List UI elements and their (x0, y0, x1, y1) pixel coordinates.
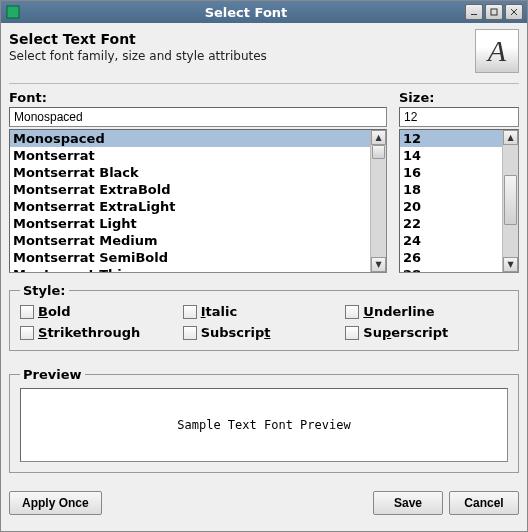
svg-rect-2 (491, 9, 497, 15)
minimize-button[interactable] (465, 4, 483, 20)
font-scrollbar[interactable]: ▲ ▼ (370, 130, 386, 272)
checkbox-icon (20, 326, 34, 340)
size-input[interactable] (399, 107, 519, 127)
size-option[interactable]: 20 (400, 198, 502, 215)
font-dialog: Select Font Select Text Font Select font… (0, 0, 528, 532)
checkbox-icon (345, 305, 359, 319)
size-option[interactable]: 24 (400, 232, 502, 249)
maximize-button[interactable] (485, 4, 503, 20)
size-scrollbar[interactable]: ▲ ▼ (502, 130, 518, 272)
strikethrough-checkbox[interactable]: Strikethrough (20, 325, 183, 340)
svg-rect-1 (471, 14, 477, 15)
minimize-icon (470, 8, 478, 16)
maximize-icon (490, 8, 498, 16)
scroll-down-icon[interactable]: ▼ (371, 257, 386, 272)
size-option[interactable]: 12 (400, 130, 502, 147)
cancel-button[interactable]: Cancel (449, 491, 519, 515)
scroll-up-icon[interactable]: ▲ (503, 130, 518, 145)
preview-text: Sample Text Font Preview (20, 388, 508, 462)
superscript-checkbox[interactable]: Superscript (345, 325, 508, 340)
preview-legend: Preview (20, 367, 85, 382)
app-icon (5, 4, 21, 20)
preview-fieldset: Preview Sample Text Font Preview (9, 367, 519, 473)
font-option[interactable]: Montserrat Black (10, 164, 370, 181)
font-option[interactable]: Montserrat (10, 147, 370, 164)
font-option[interactable]: Montserrat ExtraLight (10, 198, 370, 215)
strikethrough-label: Strikethrough (38, 325, 140, 340)
save-button[interactable]: Save (373, 491, 443, 515)
scrollbar-thumb[interactable] (504, 175, 517, 225)
close-icon (510, 8, 518, 16)
font-preview-icon: A (475, 29, 519, 73)
header-subtitle: Select font family, size and style attri… (9, 49, 467, 63)
italic-checkbox[interactable]: Italic (183, 304, 346, 319)
style-legend: Style: (20, 283, 69, 298)
divider (9, 83, 519, 84)
window-title: Select Font (27, 5, 465, 20)
italic-label: Italic (201, 304, 237, 319)
scroll-down-icon[interactable]: ▼ (503, 257, 518, 272)
size-label: Size: (399, 90, 519, 105)
font-option[interactable]: Monospaced (10, 130, 370, 147)
checkbox-icon (345, 326, 359, 340)
size-listbox[interactable]: 121416182022242628 ▲ ▼ (399, 129, 519, 273)
font-input[interactable] (9, 107, 387, 127)
scroll-up-icon[interactable]: ▲ (371, 130, 386, 145)
size-option[interactable]: 14 (400, 147, 502, 164)
checkbox-icon (183, 305, 197, 319)
font-option[interactable]: Montserrat Medium (10, 232, 370, 249)
font-listbox[interactable]: MonospacedMontserratMontserrat BlackMont… (9, 129, 387, 273)
subscript-label: Subscript (201, 325, 271, 340)
size-option[interactable]: 16 (400, 164, 502, 181)
apply-once-button[interactable]: Apply Once (9, 491, 102, 515)
checkbox-icon (183, 326, 197, 340)
superscript-label: Superscript (363, 325, 448, 340)
bold-label: Bold (38, 304, 71, 319)
scrollbar-thumb[interactable] (372, 145, 385, 159)
checkbox-icon (20, 305, 34, 319)
header-title: Select Text Font (9, 31, 467, 47)
bold-checkbox[interactable]: Bold (20, 304, 183, 319)
underline-label: Underline (363, 304, 434, 319)
titlebar: Select Font (1, 1, 527, 23)
font-option[interactable]: Montserrat SemiBold (10, 249, 370, 266)
size-option[interactable]: 28 (400, 266, 502, 272)
font-label: Font: (9, 90, 387, 105)
svg-rect-0 (7, 6, 19, 18)
subscript-checkbox[interactable]: Subscript (183, 325, 346, 340)
close-button[interactable] (505, 4, 523, 20)
font-option[interactable]: Montserrat Thin (10, 266, 370, 272)
size-option[interactable]: 22 (400, 215, 502, 232)
size-option[interactable]: 18 (400, 181, 502, 198)
style-fieldset: Style: Bold Italic Underline Strikethrou… (9, 283, 519, 351)
font-option[interactable]: Montserrat Light (10, 215, 370, 232)
underline-checkbox[interactable]: Underline (345, 304, 508, 319)
font-option[interactable]: Montserrat ExtraBold (10, 181, 370, 198)
size-option[interactable]: 26 (400, 249, 502, 266)
